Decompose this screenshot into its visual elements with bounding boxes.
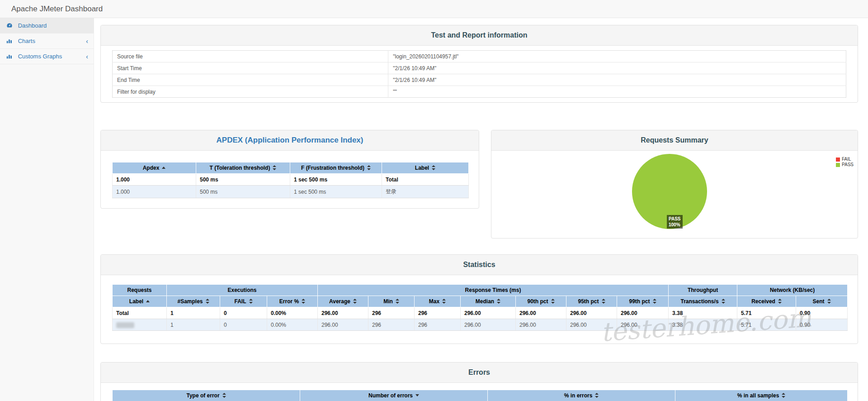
cell: 296.00 [516,307,566,319]
cell-label-redacted [113,319,167,331]
panel-title: Errors [468,368,490,377]
panel-header: Statistics [101,255,858,275]
column-header-pct-in-all-samples[interactable]: % in all samples [675,390,848,401]
group-header-requests: Requests [113,285,167,296]
cell: 1.000 [113,174,196,186]
cell: 0.00% [267,307,318,319]
pie-label-percent: 100% [669,222,681,228]
sort-both-icon [778,299,782,304]
cell: 1 sec 500 ms [290,174,382,186]
column-header-min[interactable]: Min [368,296,415,307]
panel-body: Source file "login_20260201104957.jtl" S… [101,46,858,102]
sidebar-item-customs-graphs[interactable]: Customs Graphs ‹ [0,49,94,64]
sort-both-icon [827,299,831,304]
sort-both-icon [367,165,371,170]
cell: 5.71 [737,319,796,331]
cell: 296.00 [318,307,368,319]
column-header-90pct[interactable]: 90th pct [516,296,566,307]
sidebar-item-label: Charts [18,38,35,44]
sort-both-icon [249,299,253,304]
table-row: End Time "2/1/26 10:49 AM" [113,74,846,86]
cell: 296 [368,307,415,319]
cell: 296.00 [566,307,617,319]
column-header-apdex[interactable]: Apdex [113,162,196,174]
sort-asc-icon [162,165,165,170]
column-header-transactions[interactable]: Transactions/s [669,296,737,307]
sort-both-icon [595,393,599,398]
column-header-average[interactable]: Average [318,296,368,307]
sidebar-item-charts[interactable]: Charts ‹ [0,33,94,49]
column-header-sent[interactable]: Sent [796,296,848,307]
column-header-max[interactable]: Max [415,296,461,307]
column-header-99pct[interactable]: 99th pct [617,296,669,307]
cell: 296.00 [318,319,368,331]
column-header-label[interactable]: Label [382,162,469,174]
column-header-label[interactable]: Label [113,296,167,307]
column-header-error-pct[interactable]: Error % [267,296,318,307]
column-header-toleration[interactable]: T (Toleration threshold) [196,162,290,174]
panel-title: APDEX (Application Performance Index) [217,136,363,145]
sort-asc-icon [146,299,150,304]
panel-body: Requests Executions Response Times (ms) … [101,275,858,344]
column-header-type-of-error[interactable]: Type of error [113,390,300,401]
column-header-number-of-errors[interactable]: Number of errors [300,390,488,401]
cell: 500 ms [196,174,290,186]
sort-both-icon [353,299,357,304]
cell: 1.000 [113,186,196,198]
sort-both-icon [432,165,435,170]
sort-both-icon [302,299,305,304]
info-value: "" [388,86,846,98]
sort-both-icon [222,393,226,398]
cell: 0 [220,319,267,331]
info-value: "login_20260201104957.jtl" [388,51,846,62]
info-key: Filter for display [113,86,388,98]
table-row: 1.000 500 ms 1 sec 500 ms Total [113,174,469,186]
table-row: Total 1 0 0.00% 296.00 296 296 296.00 29… [113,307,848,319]
cell: 登录 [382,186,469,198]
sort-both-icon [273,165,276,170]
sort-both-icon [551,299,555,304]
column-header-frustration[interactable]: F (Frustration threshold) [290,162,382,174]
errors-table: Type of error Number of errors % in erro… [112,390,848,401]
column-header-samples[interactable]: #Samples [167,296,220,307]
cell: 0.00% [267,319,318,331]
pie-label-name: PASS [669,216,681,222]
panel-header: APDEX (Application Performance Index) [101,130,479,151]
panel-title: Test and Report information [431,31,527,39]
info-value: "2/1/26 10:49 AM" [388,74,846,86]
table-header-row: Apdex T (Toleration threshold) F (Frustr… [113,162,469,174]
sidebar-item-dashboard[interactable]: Dashboard [0,18,94,33]
group-header-throughput: Throughput [669,285,737,296]
errors-panel: Errors Type of error Number of errors % … [100,362,858,401]
cell: 296.00 [516,319,566,331]
sort-both-icon [396,299,399,304]
chevron-left-icon: ‹ [86,49,88,64]
top-navbar: Apache JMeter Dashboard [0,0,868,18]
table-row: 1 0 0.00% 296.00 296 296 296.00 296.00 2… [113,319,848,331]
column-header-fail[interactable]: FAIL [220,296,267,307]
table-row: Filter for display "" [113,86,846,98]
group-header-network: Network (KB/sec) [737,285,848,296]
statistics-panel: Statistics Requests Executions Response … [100,254,858,344]
info-key: Source file [113,51,388,62]
sidebar-item-label: Customs Graphs [18,53,62,60]
cell: Total [382,174,469,186]
cell: 3.38 [669,319,737,331]
cell: 1 [167,307,220,319]
bar-chart-icon [6,34,13,50]
column-header-95pct[interactable]: 95th pct [566,296,617,307]
panel-title: Requests Summary [641,136,708,144]
test-info-panel: Test and Report information Source file … [100,25,858,103]
legend-label: FAIL [842,157,851,162]
sort-both-icon [722,299,725,304]
cell: 0.90 [796,319,848,331]
cell: 296 [368,319,415,331]
cell: 296.00 [617,319,669,331]
column-header-pct-in-errors[interactable]: % in errors [488,390,675,401]
pie-slice-label: PASS 100% [667,215,683,229]
cell: 1 sec 500 ms [290,186,382,198]
column-header-median[interactable]: Median [461,296,516,307]
panel-header: Test and Report information [101,25,858,46]
column-header-received[interactable]: Received [737,296,796,307]
apdex-panel: APDEX (Application Performance Index) Ap… [100,130,479,209]
